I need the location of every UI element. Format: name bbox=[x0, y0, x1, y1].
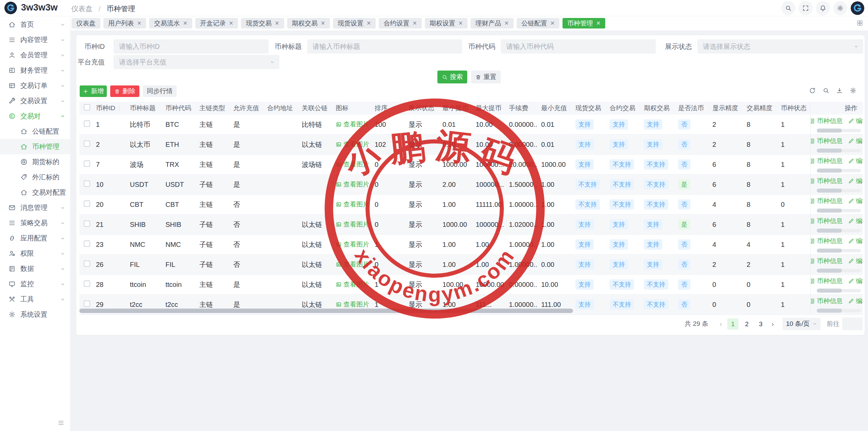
sidebar-item-公链配置[interactable]: 公链配置 bbox=[0, 124, 70, 139]
prev-page-button[interactable]: ‹ bbox=[716, 320, 726, 328]
row-checkbox[interactable] bbox=[84, 260, 90, 267]
edit-link[interactable]: 编辑 bbox=[848, 237, 863, 246]
row-checkbox[interactable] bbox=[84, 200, 90, 207]
row-slider[interactable] bbox=[817, 309, 861, 312]
search-button[interactable]: 搜索 bbox=[437, 71, 467, 83]
add-button[interactable]: 新增 bbox=[80, 85, 107, 97]
edit-link[interactable]: 编辑 bbox=[848, 257, 863, 266]
sidebar-item-外汇标的[interactable]: 外汇标的 bbox=[0, 170, 70, 185]
coin-info-link[interactable]: 币种信息 bbox=[810, 237, 843, 246]
row-checkbox[interactable] bbox=[84, 240, 90, 247]
page-button-2[interactable]: 2 bbox=[741, 318, 752, 330]
topbar-fullscreen-button[interactable] bbox=[798, 1, 813, 15]
refresh-icon[interactable] bbox=[809, 87, 816, 94]
edit-link[interactable]: 编辑 bbox=[848, 177, 863, 185]
sort-icons[interactable] bbox=[117, 106, 122, 111]
tab-close-icon[interactable]: ✕ bbox=[596, 20, 600, 26]
sidebar-item-消息管理[interactable]: 消息管理 bbox=[0, 200, 70, 215]
tab-理财产品[interactable]: 理财产品✕ bbox=[471, 18, 513, 28]
sidebar-item-币种管理[interactable]: 币种管理 bbox=[0, 139, 70, 154]
row-checkbox[interactable] bbox=[84, 120, 90, 127]
view-image-link[interactable]: 查看图片 bbox=[336, 220, 369, 229]
tab-期权设置[interactable]: 期权设置✕ bbox=[425, 18, 468, 28]
sidebar-item-内容管理[interactable]: 内容管理 bbox=[0, 32, 70, 47]
tab-close-icon[interactable]: ✕ bbox=[412, 20, 417, 26]
row-checkbox[interactable] bbox=[84, 140, 90, 147]
tab-仪表盘[interactable]: 仪表盘 bbox=[72, 18, 100, 28]
edit-link[interactable]: 编辑 bbox=[848, 297, 863, 306]
view-image-link[interactable]: 查看图片 bbox=[336, 200, 369, 209]
row-checkbox[interactable] bbox=[84, 180, 90, 187]
view-image-link[interactable]: 查看图片 bbox=[336, 180, 369, 189]
edit-link[interactable]: 编辑 bbox=[848, 117, 863, 125]
sidebar-item-系统设置[interactable]: 系统设置 bbox=[0, 307, 70, 322]
sidebar-item-交易对[interactable]: 交易对 bbox=[0, 109, 70, 124]
view-image-link[interactable]: 查看图片 bbox=[336, 160, 369, 169]
sidebar-item-交易设置[interactable]: 交易设置 bbox=[0, 93, 70, 109]
sidebar-item-工具[interactable]: 工具 bbox=[0, 292, 70, 307]
avatar[interactable] bbox=[850, 1, 865, 15]
view-image-link[interactable]: 查看图片 bbox=[336, 120, 369, 129]
sidebar-item-数据[interactable]: 数据 bbox=[0, 261, 70, 276]
sync-quotes-button[interactable]: 同步行情 bbox=[143, 85, 177, 97]
row-slider[interactable] bbox=[817, 149, 861, 152]
coin-info-link[interactable]: 币种信息 bbox=[810, 197, 843, 205]
sidebar-item-交易订单[interactable]: 交易订单 bbox=[0, 78, 70, 93]
tab-options-icon[interactable] bbox=[856, 20, 863, 26]
coin-id-input-field[interactable] bbox=[114, 39, 269, 54]
coin-info-link[interactable]: 币种信息 bbox=[810, 117, 843, 125]
edit-link[interactable]: 编辑 bbox=[848, 277, 863, 286]
topbar-notifications-button[interactable] bbox=[816, 1, 830, 15]
coin-info-link[interactable]: 币种信息 bbox=[810, 297, 843, 306]
tab-close-icon[interactable]: ✕ bbox=[504, 20, 509, 26]
page-button-3[interactable]: 3 bbox=[755, 318, 766, 330]
tab-期权交易[interactable]: 期权交易✕ bbox=[287, 18, 330, 28]
sidebar-item-监控[interactable]: 监控 bbox=[0, 276, 70, 292]
edit-link[interactable]: 编辑 bbox=[848, 197, 863, 205]
display-status-select[interactable]: 请选择展示状态 bbox=[697, 39, 863, 54]
row-checkbox[interactable] bbox=[84, 280, 90, 287]
edit-link[interactable]: 编辑 bbox=[848, 137, 863, 145]
platform-recharge-select[interactable]: 请选择平台充值 bbox=[114, 55, 279, 69]
delete-button[interactable]: 删除 bbox=[110, 85, 139, 97]
coin-info-link[interactable]: 币种信息 bbox=[810, 217, 843, 226]
tab-现货交易[interactable]: 现货交易✕ bbox=[241, 18, 284, 28]
tab-合约设置[interactable]: 合约设置✕ bbox=[379, 18, 421, 28]
next-page-button[interactable]: › bbox=[768, 320, 778, 328]
tab-币种管理[interactable]: 币种管理✕ bbox=[563, 18, 605, 28]
select-all-checkbox[interactable] bbox=[84, 104, 90, 111]
horizontal-scrollbar[interactable] bbox=[79, 309, 573, 313]
row-slider[interactable] bbox=[817, 269, 861, 272]
tab-用户列表[interactable]: 用户列表✕ bbox=[103, 18, 146, 28]
row-checkbox[interactable] bbox=[84, 220, 90, 227]
coin-code-input-field[interactable] bbox=[501, 39, 656, 54]
row-slider[interactable] bbox=[817, 189, 861, 192]
sidebar-collapse-icon[interactable] bbox=[58, 419, 64, 426]
row-slider[interactable] bbox=[817, 169, 861, 172]
sidebar-item-财务管理[interactable]: 财务管理 bbox=[0, 63, 70, 78]
coin-id-input[interactable] bbox=[114, 39, 269, 54]
row-slider[interactable] bbox=[817, 209, 861, 212]
view-image-link[interactable]: 查看图片 bbox=[336, 240, 369, 249]
coin-title-input-field[interactable] bbox=[307, 39, 462, 54]
coin-info-link[interactable]: 币种信息 bbox=[810, 157, 843, 165]
coin-title-input[interactable] bbox=[307, 39, 462, 54]
sidebar-item-权限[interactable]: 权限 bbox=[0, 246, 70, 261]
tab-交易流水[interactable]: 交易流水✕ bbox=[149, 18, 192, 28]
coin-code-input[interactable] bbox=[501, 39, 656, 54]
tab-close-icon[interactable]: ✕ bbox=[137, 20, 141, 26]
column-settings-icon[interactable] bbox=[850, 87, 856, 94]
page-button-1[interactable]: 1 bbox=[727, 318, 738, 330]
sidebar-item-会员管理[interactable]: 会员管理 bbox=[0, 47, 70, 63]
view-image-link[interactable]: 查看图片 bbox=[336, 260, 369, 269]
row-slider[interactable] bbox=[817, 229, 861, 232]
page-size-select[interactable]: 10 条/页 bbox=[783, 318, 821, 330]
tab-close-icon[interactable]: ✕ bbox=[321, 20, 325, 26]
reset-button[interactable]: 重置 bbox=[471, 71, 501, 83]
view-image-link[interactable]: 查看图片 bbox=[336, 140, 369, 149]
coin-info-link[interactable]: 币种信息 bbox=[810, 257, 843, 266]
sidebar-item-交易对配置[interactable]: 交易对配置 bbox=[0, 185, 70, 200]
tab-close-icon[interactable]: ✕ bbox=[458, 20, 463, 26]
tab-close-icon[interactable]: ✕ bbox=[367, 20, 371, 26]
row-slider[interactable] bbox=[817, 249, 861, 252]
